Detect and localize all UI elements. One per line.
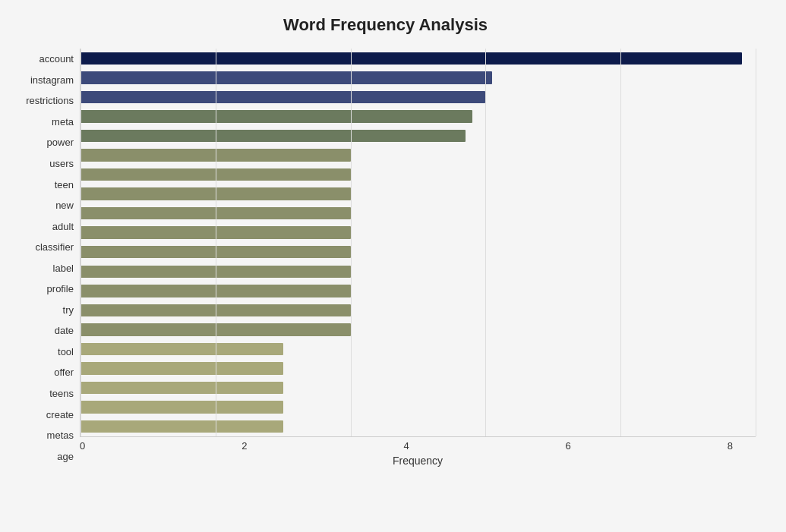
y-label-label: label: [53, 263, 74, 273]
bar-age: [80, 420, 283, 433]
grid-line: [756, 49, 756, 436]
y-label-teen: teen: [55, 180, 74, 190]
x-tick-2: 2: [241, 440, 247, 452]
bars-and-xaxis: 02468 Frequency: [80, 49, 756, 467]
x-tick-4: 4: [403, 440, 409, 452]
y-label-age: age: [57, 452, 74, 461]
bar-create: [80, 382, 283, 394]
bar-row-restrictions: [80, 87, 756, 107]
bar-row-new: [80, 184, 756, 204]
bar-row-meta: [80, 107, 756, 127]
bar-row-classifier: [80, 223, 756, 243]
y-label-try: try: [63, 305, 74, 315]
y-label-meta: meta: [52, 117, 74, 127]
y-label-new: new: [55, 200, 74, 210]
grid-line: [216, 49, 216, 436]
bar-teens: [80, 362, 283, 374]
bar-metas: [80, 401, 283, 413]
y-label-account: account: [39, 54, 74, 64]
x-tick-6: 6: [566, 440, 571, 452]
y-label-restrictions: restrictions: [26, 96, 74, 105]
grid-line: [80, 49, 81, 436]
y-label-adult: adult: [52, 222, 74, 231]
bar-row-instagram: [80, 68, 756, 88]
bar-row-try: [80, 282, 756, 301]
bar-row-power: [80, 126, 756, 146]
y-label-create: create: [46, 410, 74, 420]
y-axis: accountinstagramrestrictionsmetapoweruse…: [15, 49, 80, 467]
chart-area: accountinstagramrestrictionsmetapoweruse…: [15, 49, 756, 467]
bar-restrictions: [80, 91, 485, 103]
y-label-teens: teens: [49, 389, 74, 398]
bar-account: [80, 52, 742, 65]
bar-row-tool: [80, 320, 756, 340]
grid-line: [620, 49, 621, 436]
y-label-metas: metas: [47, 430, 74, 440]
y-label-users: users: [49, 159, 74, 168]
bar-meta: [80, 110, 472, 122]
bar-row-adult: [80, 203, 756, 223]
x-tick-8: 8: [728, 440, 733, 452]
bar-row-users: [80, 146, 756, 165]
x-axis-label: Frequency: [80, 455, 756, 467]
y-label-date: date: [55, 326, 74, 335]
chart-container: Word Frequency Analysis accountinstagram…: [0, 0, 786, 532]
x-tick-0: 0: [80, 440, 85, 452]
bar-row-age: [80, 417, 756, 436]
y-label-tool: tool: [58, 347, 74, 357]
y-label-instagram: instagram: [30, 75, 74, 85]
bar-row-label: [80, 242, 756, 262]
bar-row-profile: [80, 262, 756, 282]
bar-offer: [80, 343, 283, 355]
y-label-offer: offer: [54, 367, 74, 377]
x-axis: 02468: [80, 437, 756, 452]
y-label-power: power: [47, 137, 74, 147]
bar-row-teens: [80, 359, 756, 379]
y-label-classifier: classifier: [35, 242, 74, 252]
bar-power: [80, 130, 466, 142]
bar-row-metas: [80, 398, 756, 417]
grid-line: [485, 49, 486, 436]
bar-instagram: [80, 71, 492, 83]
bars-area: [80, 49, 756, 437]
bar-row-offer: [80, 339, 756, 359]
grid-line: [351, 49, 352, 436]
bar-row-date: [80, 301, 756, 320]
bar-row-account: [80, 49, 756, 68]
bar-row-teen: [80, 165, 756, 184]
bar-row-create: [80, 378, 756, 398]
chart-title: Word Frequency Analysis: [15, 15, 756, 35]
y-label-profile: profile: [47, 284, 74, 294]
